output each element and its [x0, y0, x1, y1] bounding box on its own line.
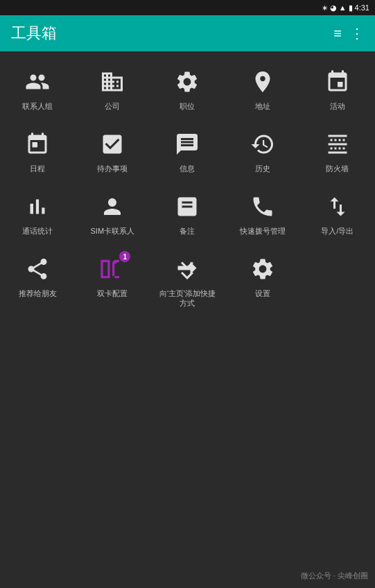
grid-item-import-export[interactable]: 导入/导出 [300, 182, 375, 244]
address-icon [247, 67, 278, 97]
grid-item-history[interactable]: 历史 [225, 119, 300, 182]
schedule-icon [22, 129, 53, 159]
grid-item-speed-dial[interactable]: 快速拨号管理 [225, 182, 300, 244]
position-icon [172, 67, 202, 97]
grid-item-settings[interactable]: 设置 [225, 244, 300, 315]
watermark: 微公众号 · 尖峰创圈 [301, 571, 368, 581]
grid-item-firewall[interactable]: 防火墙 [300, 119, 375, 182]
grid-item-dual-sim[interactable]: 1 双卡配置 [75, 244, 150, 315]
grid-item-notes[interactable]: 备注 [150, 182, 225, 244]
battery-icon: ▮ [349, 3, 353, 12]
grid-item-company[interactable]: 公司 [75, 57, 150, 119]
contact-group-icon [22, 67, 53, 97]
bluetooth-icon: ∗ [322, 3, 328, 12]
signal-icon: ▲ [339, 3, 347, 12]
grid-item-activity[interactable]: 活动 [300, 57, 375, 119]
grid-item-call-stats[interactable]: 通话统计 [0, 182, 75, 244]
grid-item-position[interactable]: 职位 [150, 57, 225, 119]
speed-dial-icon [247, 191, 278, 222]
contact-group-label: 联系人组 [22, 101, 53, 111]
dual-sim-badge: 1 [119, 251, 130, 262]
position-label: 职位 [180, 101, 195, 111]
grid-item-sim-contact[interactable]: SIM卡联系人 [75, 182, 150, 244]
todo-icon [97, 129, 128, 159]
grid-item-add-shortcut[interactable]: 向'主页'添加快捷方式 [150, 244, 225, 315]
page-title: 工具箱 [11, 23, 57, 44]
grid-item-message[interactable]: 信息 [150, 119, 225, 182]
status-bar: ∗ ◕ ▲ ▮ 4:31 [0, 0, 375, 15]
top-bar-actions: ≡ ⋮ [333, 25, 364, 42]
history-icon [247, 129, 278, 159]
grid-item-contact-group[interactable]: 联系人组 [0, 57, 75, 119]
filter-icon[interactable]: ≡ [333, 26, 342, 42]
wifi-icon: ◕ [330, 3, 337, 12]
settings-label: 设置 [255, 288, 270, 298]
recommend-icon [22, 254, 53, 284]
history-label: 历史 [255, 164, 270, 173]
settings-icon [247, 254, 278, 284]
tools-grid: 联系人组 公司 职位 地址 活动 日程 [0, 51, 375, 321]
address-label: 地址 [255, 101, 270, 111]
call-stats-label: 通话统计 [22, 226, 53, 236]
recommend-label: 推荐给朋友 [19, 288, 57, 298]
more-icon[interactable]: ⋮ [350, 25, 364, 42]
todo-label: 待办事项 [97, 164, 128, 173]
speed-dial-label: 快速拨号管理 [240, 226, 286, 236]
sim-contact-label: SIM卡联系人 [91, 226, 135, 236]
add-shortcut-label: 向'主页'添加快捷方式 [157, 288, 218, 309]
top-bar: 工具箱 ≡ ⋮ [0, 15, 375, 51]
status-icons: ∗ ◕ ▲ ▮ 4:31 [322, 3, 369, 12]
notes-label: 备注 [180, 226, 195, 236]
schedule-label: 日程 [30, 164, 45, 173]
grid-item-schedule[interactable]: 日程 [0, 119, 75, 182]
grid-item-address[interactable]: 地址 [225, 57, 300, 119]
status-time: 4:31 [355, 3, 369, 12]
import-export-icon [322, 191, 353, 222]
activity-label: 活动 [330, 101, 345, 111]
company-icon [97, 67, 128, 97]
dual-sim-icon: 1 [97, 254, 128, 284]
message-label: 信息 [180, 164, 195, 173]
dual-sim-label: 双卡配置 [97, 288, 128, 298]
grid-item-recommend[interactable]: 推荐给朋友 [0, 244, 75, 315]
firewall-label: 防火墙 [326, 164, 349, 173]
grid-item-todo[interactable]: 待办事项 [75, 119, 150, 182]
firewall-icon [322, 129, 353, 159]
import-export-label: 导入/导出 [321, 226, 354, 236]
add-shortcut-icon [172, 254, 202, 284]
notes-icon [172, 191, 202, 222]
message-icon [172, 129, 202, 159]
sim-contact-icon [97, 191, 128, 222]
activity-icon [322, 67, 353, 97]
company-label: 公司 [105, 101, 120, 111]
call-stats-icon [22, 191, 53, 222]
